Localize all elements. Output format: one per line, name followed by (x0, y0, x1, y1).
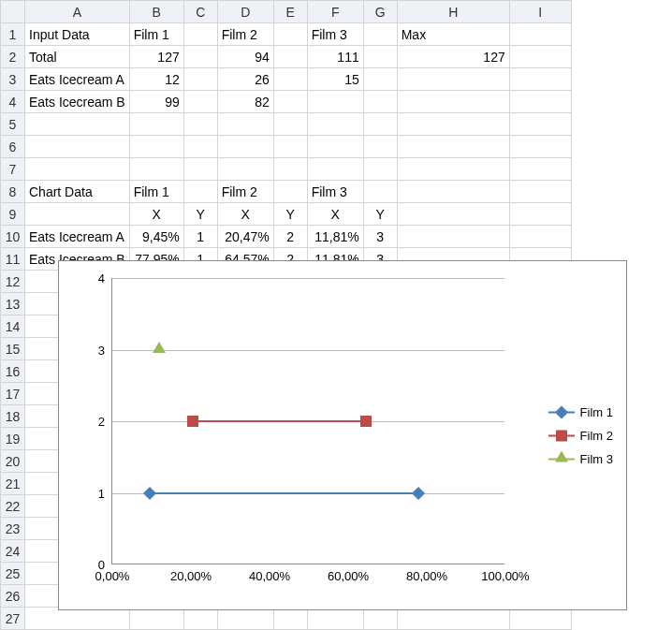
column-header-C[interactable]: C (183, 1, 217, 23)
row-header-26[interactable]: 26 (1, 585, 25, 608)
cell-H7[interactable] (397, 158, 509, 181)
cell-G2[interactable] (363, 46, 397, 68)
cell-A4[interactable]: Eats Icecream B (25, 91, 130, 113)
cell-D5[interactable] (217, 113, 273, 136)
cell-I4[interactable] (509, 91, 571, 113)
row-header-18[interactable]: 18 (1, 405, 25, 428)
cell-H4[interactable] (397, 91, 509, 113)
cell-A8[interactable]: Chart Data (25, 181, 130, 203)
cell-I9[interactable] (509, 203, 571, 226)
cell-C3[interactable] (183, 68, 217, 91)
cell-I1[interactable] (509, 23, 571, 46)
column-header-A[interactable]: A (25, 1, 130, 23)
cell-D9[interactable]: X (217, 203, 273, 226)
cell-E2[interactable] (273, 46, 307, 68)
corner-cell[interactable] (1, 1, 25, 23)
cell-B5[interactable] (129, 113, 183, 136)
cell-G1[interactable] (363, 23, 397, 46)
cell-B2[interactable]: 127 (129, 46, 183, 68)
cell-B27[interactable] (129, 608, 183, 630)
cell-A7[interactable] (25, 158, 130, 181)
row-header-3[interactable]: 3 (1, 68, 25, 91)
cell-B9[interactable]: X (129, 203, 183, 226)
embedded-chart[interactable]: 012340,00%20,00%40,00%60,00%80,00%100,00… (58, 260, 627, 610)
row-header-13[interactable]: 13 (1, 293, 25, 315)
cell-B8[interactable]: Film 1 (129, 181, 183, 203)
row-header-16[interactable]: 16 (1, 360, 25, 383)
cell-I8[interactable] (509, 181, 571, 203)
cell-C27[interactable] (183, 608, 217, 630)
cell-C9[interactable]: Y (183, 203, 217, 226)
column-header-H[interactable]: H (397, 1, 509, 23)
cell-E10[interactable]: 2 (273, 226, 307, 248)
row-header-5[interactable]: 5 (1, 113, 25, 136)
cell-C2[interactable] (183, 46, 217, 68)
row-header-21[interactable]: 21 (1, 473, 25, 495)
cell-D1[interactable]: Film 2 (217, 23, 273, 46)
row-header-10[interactable]: 10 (1, 226, 25, 248)
cell-G5[interactable] (363, 113, 397, 136)
cell-H6[interactable] (397, 136, 509, 158)
cell-F3[interactable]: 15 (307, 68, 363, 91)
cell-I2[interactable] (509, 46, 571, 68)
row-header-17[interactable]: 17 (1, 383, 25, 405)
cell-E7[interactable] (273, 158, 307, 181)
cell-F9[interactable]: X (307, 203, 363, 226)
cell-G7[interactable] (363, 158, 397, 181)
cell-E4[interactable] (273, 91, 307, 113)
cell-E6[interactable] (273, 136, 307, 158)
cell-D3[interactable]: 26 (217, 68, 273, 91)
cell-C6[interactable] (183, 136, 217, 158)
row-header-7[interactable]: 7 (1, 158, 25, 181)
row-header-15[interactable]: 15 (1, 338, 25, 360)
column-header-F[interactable]: F (307, 1, 363, 23)
column-header-D[interactable]: D (217, 1, 273, 23)
row-header-24[interactable]: 24 (1, 540, 25, 563)
cell-D6[interactable] (217, 136, 273, 158)
cell-A5[interactable] (25, 113, 130, 136)
cell-D4[interactable]: 82 (217, 91, 273, 113)
cell-C7[interactable] (183, 158, 217, 181)
cell-H8[interactable] (397, 181, 509, 203)
cell-I6[interactable] (509, 136, 571, 158)
cell-A2[interactable]: Total (25, 46, 130, 68)
cell-G10[interactable]: 3 (363, 226, 397, 248)
row-header-19[interactable]: 19 (1, 428, 25, 450)
row-header-12[interactable]: 12 (1, 271, 25, 293)
cell-D8[interactable]: Film 2 (217, 181, 273, 203)
column-header-B[interactable]: B (129, 1, 183, 23)
cell-C8[interactable] (183, 181, 217, 203)
cell-G3[interactable] (363, 68, 397, 91)
row-header-1[interactable]: 1 (1, 23, 25, 46)
cell-B4[interactable]: 99 (129, 91, 183, 113)
row-header-11[interactable]: 11 (1, 248, 25, 271)
cell-B6[interactable] (129, 136, 183, 158)
cell-H10[interactable] (397, 226, 509, 248)
row-header-20[interactable]: 20 (1, 450, 25, 473)
column-header-I[interactable]: I (509, 1, 571, 23)
cell-F6[interactable] (307, 136, 363, 158)
cell-I3[interactable] (509, 68, 571, 91)
cell-B7[interactable] (129, 158, 183, 181)
cell-I5[interactable] (509, 113, 571, 136)
cell-G4[interactable] (363, 91, 397, 113)
cell-B1[interactable]: Film 1 (129, 23, 183, 46)
row-header-9[interactable]: 9 (1, 203, 25, 226)
cell-H5[interactable] (397, 113, 509, 136)
cell-D2[interactable]: 94 (217, 46, 273, 68)
cell-G6[interactable] (363, 136, 397, 158)
cell-I7[interactable] (509, 158, 571, 181)
column-header-E[interactable]: E (273, 1, 307, 23)
cell-H27[interactable] (397, 608, 509, 630)
cell-D7[interactable] (217, 158, 273, 181)
cell-F27[interactable] (307, 608, 363, 630)
row-header-14[interactable]: 14 (1, 315, 25, 338)
row-header-23[interactable]: 23 (1, 518, 25, 540)
cell-B10[interactable]: 9,45% (129, 226, 183, 248)
cell-E8[interactable] (273, 181, 307, 203)
row-header-22[interactable]: 22 (1, 495, 25, 518)
row-header-4[interactable]: 4 (1, 91, 25, 113)
cell-E27[interactable] (273, 608, 307, 630)
cell-A9[interactable] (25, 203, 130, 226)
cell-H1[interactable]: Max (397, 23, 509, 46)
